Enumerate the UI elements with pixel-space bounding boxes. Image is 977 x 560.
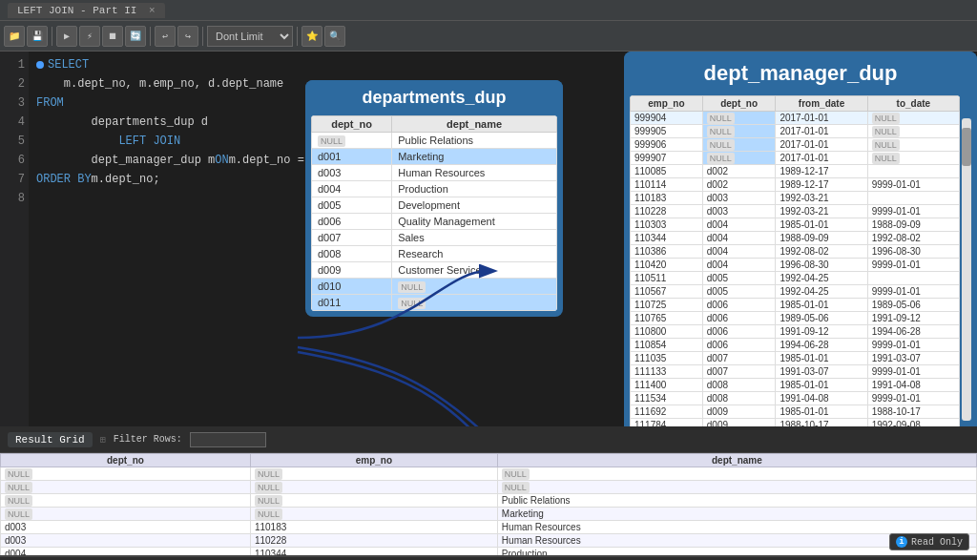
bottom-panel: Result Grid ⊞ Filter Rows: dept_no emp_n… [0, 426, 977, 560]
result-grid-tab[interactable]: Result Grid [8, 432, 93, 447]
toolbar-sep-1 [52, 27, 52, 46]
code-line-8 [36, 189, 969, 208]
result-col-dept-name: dept_name [497, 454, 976, 467]
result-col-dept-no: dept_no [1, 454, 251, 467]
filter-label: Filter Rows: [114, 434, 182, 445]
code-line-2: m.dept_no, m.emp_no, d.dept_name [36, 74, 969, 93]
code-line-5: LEFT JOIN [36, 132, 969, 151]
read-only-badge: i Read Only [889, 533, 969, 550]
read-only-label: Read Only [911, 537, 963, 548]
result-tabs: Result Grid ⊞ Filter Rows: [0, 426, 977, 453]
filter-input[interactable] [190, 432, 266, 447]
result-col-emp-no: emp_no [250, 454, 497, 467]
refresh-btn[interactable]: 🔄 [125, 26, 146, 47]
grid-icon: ⊞ [100, 434, 106, 446]
sql-editor[interactable]: 12345678 SELECT m.dept_no, m.emp_no, d.d… [0, 52, 977, 426]
code-line-3: FROM [36, 93, 969, 113]
execute-all-btn[interactable]: ⚡ [79, 26, 100, 47]
result-grid: dept_no emp_no dept_name NULLNULLNULL NU… [0, 453, 977, 555]
execute-btn[interactable]: ▶ [56, 26, 77, 47]
main-area: 12345678 SELECT m.dept_no, m.emp_no, d.d… [0, 52, 977, 426]
table-row: NULLNULLNULL [1, 467, 977, 481]
result-panel: Result Grid ⊞ Filter Rows: dept_no emp_n… [0, 426, 977, 555]
toolbar-sep-2 [150, 27, 151, 46]
code-line-4: departments_dup d [36, 113, 969, 132]
title-bar: LEFT JOIN - Part II × [0, 0, 977, 21]
undo-btn[interactable]: ↩ [155, 26, 176, 47]
open-btn[interactable]: 📁 [4, 26, 25, 47]
table-row: NULLNULLNULL [1, 481, 977, 494]
table-row: d003110183Human Resources [1, 521, 977, 534]
table-row: NULLNULLMarketing [1, 508, 977, 521]
search-btn[interactable]: 🔍 [324, 26, 345, 47]
code-line-6: dept_manager_dup m ON m.dept_no = d.dept… [36, 151, 969, 170]
stop-btn[interactable]: ⏹ [102, 26, 123, 47]
info-icon: i [896, 536, 907, 548]
code-area[interactable]: SELECT m.dept_no, m.emp_no, d.dept_name … [29, 52, 977, 426]
close-icon[interactable]: × [149, 5, 156, 16]
table-row: d003110228Human Resources [1, 534, 977, 548]
code-line-7: ORDER BY m.dept_no; [36, 170, 969, 189]
title-tab[interactable]: LEFT JOIN - Part II × [8, 3, 165, 18]
redo-btn[interactable]: ↪ [177, 26, 198, 47]
bookmark-btn[interactable]: ⭐ [301, 26, 322, 47]
breakpoint-dot [36, 61, 44, 69]
line-numbers: 12345678 [0, 52, 29, 426]
toolbar: 📁 💾 ▶ ⚡ ⏹ 🔄 ↩ ↪ Dont Limit1000500200 ⭐ 🔍 [0, 21, 977, 52]
title-tab-label: LEFT JOIN - Part II [17, 5, 136, 16]
toolbar-sep-3 [202, 27, 203, 46]
limit-select[interactable]: Dont Limit1000500200 [207, 26, 293, 47]
code-line-1: SELECT [36, 55, 969, 74]
table-row: d004110344Production [1, 548, 977, 556]
save-btn[interactable]: 💾 [27, 26, 48, 47]
select-keyword: SELECT [48, 55, 89, 74]
output-section: Output Action Output ▼ # Time Action 1 [0, 555, 977, 560]
toolbar-sep-4 [297, 27, 298, 46]
table-row: NULLNULLPublic Relations [1, 494, 977, 508]
